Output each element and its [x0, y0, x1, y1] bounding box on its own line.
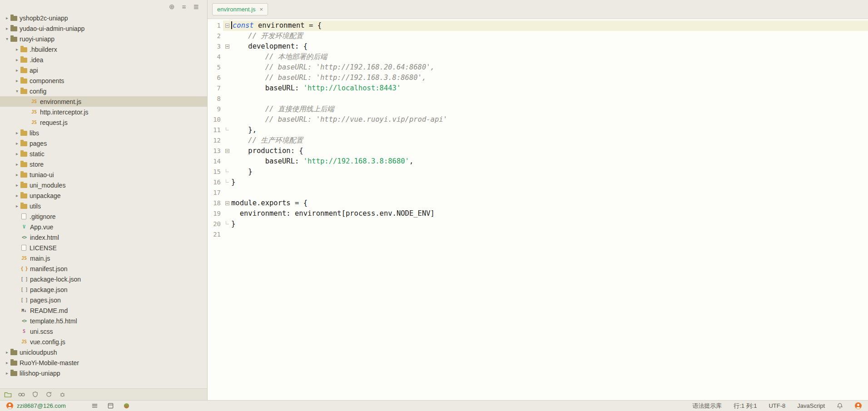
chevron-down-icon[interactable]: ▾: [4, 36, 10, 41]
tree-row[interactable]: ▸.hbuilderx: [0, 44, 207, 54]
tree-row[interactable]: .gitignore: [0, 211, 207, 222]
chevron-right-icon[interactable]: ▸: [14, 47, 20, 52]
tree-row[interactable]: ▸pages: [0, 138, 207, 149]
account-email[interactable]: zzi8687@126.com: [17, 402, 66, 409]
tree-row[interactable]: ▾config: [0, 86, 207, 96]
tree-row[interactable]: [ ]package.json: [0, 284, 207, 295]
debug-panel-icon[interactable]: [58, 390, 67, 399]
fold-toggle-icon[interactable]: [223, 146, 231, 156]
fold-toggle-icon[interactable]: [223, 198, 231, 208]
encoding-status[interactable]: UTF-8: [769, 402, 785, 409]
chevron-right-icon[interactable]: ▸: [14, 151, 20, 156]
run-globe-icon[interactable]: [123, 402, 130, 409]
collapse-list-icon[interactable]: ≡: [182, 3, 186, 10]
tree-row[interactable]: Suni.scss: [0, 326, 207, 337]
fold-toggle-icon[interactable]: [223, 41, 231, 52]
tree-row[interactable]: [ ]pages.json: [0, 295, 207, 305]
code-line-body[interactable]: },: [223, 125, 868, 135]
chevron-down-icon[interactable]: ▾: [14, 89, 20, 94]
code-line-body[interactable]: [223, 94, 868, 104]
console-lines-icon[interactable]: [91, 402, 98, 409]
code-line-body[interactable]: // 直接使用线上后端: [223, 104, 868, 114]
chevron-right-icon[interactable]: ▸: [4, 26, 10, 31]
tree-row[interactable]: { }manifest.json: [0, 263, 207, 274]
tree-row[interactable]: <>template.h5.html: [0, 316, 207, 326]
tree-row[interactable]: ▸unicloudpush: [0, 347, 207, 357]
code-line-body[interactable]: // baseURL: 'http://vue.ruoyi.vip/prod-a…: [223, 114, 868, 125]
user-account-icon[interactable]: [855, 402, 862, 409]
chevron-right-icon[interactable]: ▸: [14, 203, 20, 208]
code-line-body[interactable]: [223, 229, 868, 240]
code-line-body[interactable]: }: [223, 219, 868, 229]
tree-row[interactable]: ▸yudao-ui-admin-uniapp: [0, 23, 207, 34]
chevron-right-icon[interactable]: ▸: [4, 371, 10, 376]
tree-row[interactable]: LICENSE: [0, 243, 207, 253]
tree-row[interactable]: JSmain.js: [0, 253, 207, 263]
sidebar-menu-icon[interactable]: ≣: [193, 3, 199, 10]
tree-row[interactable]: <>index.html: [0, 232, 207, 243]
tree-row[interactable]: ▸api: [0, 65, 207, 75]
tree-row[interactable]: ▸utils: [0, 201, 207, 211]
code-line-body[interactable]: // 开发环境配置: [223, 31, 868, 41]
chevron-right-icon[interactable]: ▸: [14, 141, 20, 146]
tree-row[interactable]: [ ]package-lock.json: [0, 274, 207, 284]
chevron-right-icon[interactable]: ▸: [14, 78, 20, 83]
account-area[interactable]: zzi8687@126.com: [6, 402, 66, 409]
tree-row[interactable]: ▸lilishop-uniapp: [0, 368, 207, 378]
tree-row[interactable]: JSenvironment.js: [0, 96, 207, 107]
code-line-body[interactable]: environment: environment[process.env.NOD…: [223, 208, 868, 219]
code-line-body[interactable]: // baseURL: 'http://192.168.3.8:8680',: [223, 73, 868, 83]
tree-row[interactable]: ▸store: [0, 159, 207, 169]
code-line-body[interactable]: // 本地部署的后端: [223, 52, 868, 62]
chevron-right-icon[interactable]: ▸: [14, 68, 20, 73]
code-line-body[interactable]: baseURL: 'http://localhost:8443': [223, 83, 868, 94]
tree-row[interactable]: VApp.vue: [0, 222, 207, 232]
notification-bell-icon[interactable]: [837, 402, 843, 409]
code-line-body[interactable]: }: [223, 177, 868, 188]
code-line-body[interactable]: baseURL: 'http://192.168.3.8:8680',: [223, 156, 868, 167]
tree-row[interactable]: ▸uni_modules: [0, 180, 207, 190]
tree-row[interactable]: JShttp.interceptor.js: [0, 107, 207, 117]
code-line-body[interactable]: production: {: [223, 146, 868, 156]
chevron-right-icon[interactable]: ▸: [14, 130, 20, 135]
code-line-body[interactable]: development: {: [223, 41, 868, 52]
tree-row[interactable]: M↓README.md: [0, 305, 207, 316]
tree-row[interactable]: ▾ruoyi-uniapp: [0, 34, 207, 44]
chevron-right-icon[interactable]: ▸: [14, 172, 20, 177]
tree-row[interactable]: ▸static: [0, 149, 207, 159]
code-line-body[interactable]: // 生产环境配置: [223, 135, 868, 146]
cursor-position-status[interactable]: 行:1 列:1: [734, 402, 757, 410]
tree-row[interactable]: JSvue.config.js: [0, 337, 207, 347]
tree-row[interactable]: JSrequest.js: [0, 117, 207, 128]
language-mode-status[interactable]: JavaScript: [797, 402, 825, 409]
tree-row[interactable]: ▸tuniao-ui: [0, 169, 207, 180]
tree-row[interactable]: ▸libs: [0, 128, 207, 138]
chevron-right-icon[interactable]: ▸: [14, 183, 20, 188]
panel-window-icon[interactable]: [107, 402, 114, 409]
tab-environment-js[interactable]: environment.js ×: [212, 3, 268, 15]
sync-panel-icon[interactable]: [45, 390, 53, 399]
chevron-right-icon[interactable]: ▸: [14, 193, 20, 198]
tree-row[interactable]: ▸unpackage: [0, 190, 207, 201]
add-project-icon[interactable]: ⊕: [169, 3, 175, 10]
tab-close-icon[interactable]: ×: [260, 6, 263, 12]
chevron-right-icon[interactable]: ▸: [14, 162, 20, 167]
tree-row[interactable]: ▸yshopb2c-uniapp: [0, 13, 207, 23]
code-line-body[interactable]: // baseURL: 'http://192.168.20.64:8680',: [223, 62, 868, 73]
tree-row[interactable]: ▸components: [0, 75, 207, 86]
code-line-body[interactable]: module.exports = {: [223, 198, 868, 208]
tree-row[interactable]: ▸.idea: [0, 54, 207, 65]
chevron-right-icon[interactable]: ▸: [4, 360, 10, 365]
search-panel-icon[interactable]: [17, 390, 26, 399]
chevron-right-icon[interactable]: ▸: [4, 15, 10, 20]
code-line-body[interactable]: }: [223, 167, 868, 177]
syntax-lib-status[interactable]: 语法提示库: [692, 402, 722, 410]
project-panel-icon[interactable]: [4, 390, 12, 399]
tree-row[interactable]: ▸RuoYi-Mobile-master: [0, 357, 207, 368]
chevron-right-icon[interactable]: ▸: [4, 350, 10, 355]
chevron-right-icon[interactable]: ▸: [14, 57, 20, 62]
code-line-body[interactable]: [223, 188, 868, 198]
code-line-body[interactable]: const environment = {: [223, 20, 868, 31]
code-lines[interactable]: 1const environment = {2 // 开发环境配置3 devel…: [208, 19, 868, 400]
fold-toggle-icon[interactable]: [223, 20, 231, 31]
